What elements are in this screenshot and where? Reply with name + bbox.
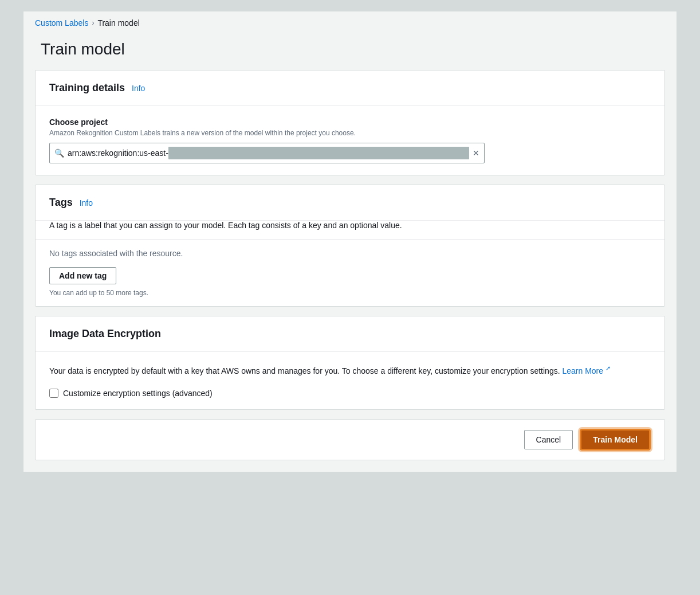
project-search-wrapper: 🔍 arn:aws:rekognition:us-east- ✕: [49, 143, 485, 163]
encryption-card: Image Data Encryption Your data is encry…: [35, 316, 665, 410]
tags-header: Tags Info: [36, 185, 664, 221]
arn-prefix-text: arn:aws:rekognition:us-east-: [68, 148, 168, 158]
training-details-title: Training details: [49, 82, 125, 94]
choose-project-description: Amazon Rekognition Custom Labels trains …: [49, 129, 651, 137]
tags-divider: [36, 239, 664, 240]
train-model-button[interactable]: Train Model: [580, 429, 651, 451]
customize-encryption-row: Customize encryption settings (advanced): [49, 389, 651, 398]
page-title: Train model: [23, 34, 677, 70]
customize-encryption-label: Customize encryption settings (advanced): [63, 389, 213, 398]
add-new-tag-button[interactable]: Add new tag: [49, 267, 116, 284]
encryption-text-part1: Your data is encrypted by default with a…: [49, 366, 560, 375]
choose-project-label: Choose project: [49, 118, 651, 127]
training-details-header: Training details Info: [36, 71, 664, 106]
page-container: Custom Labels › Train model Train model …: [23, 11, 677, 472]
external-link-icon: ➚: [605, 365, 611, 371]
search-icon: 🔍: [54, 148, 64, 158]
training-details-info-link[interactable]: Info: [132, 84, 145, 93]
encryption-title: Image Data Encryption: [49, 328, 161, 340]
tags-limit-text: You can add up to 50 more tags.: [36, 284, 664, 306]
cancel-button[interactable]: Cancel: [524, 430, 573, 449]
breadcrumb-current-page: Train model: [97, 18, 139, 28]
tags-description: A tag is a label that you can assign to …: [36, 221, 664, 239]
training-details-card: Training details Info Choose project Ama…: [35, 70, 665, 175]
encryption-description: Your data is encrypted by default with a…: [49, 363, 622, 377]
breadcrumb-custom-labels[interactable]: Custom Labels: [35, 18, 88, 28]
learn-more-link[interactable]: Learn More ➚: [562, 366, 610, 375]
breadcrumb-chevron-icon: ›: [92, 19, 94, 27]
encryption-body: Your data is encrypted by default with a…: [36, 352, 664, 409]
clear-search-button[interactable]: ✕: [473, 148, 479, 158]
tags-title: Tags: [49, 197, 73, 209]
customize-encryption-checkbox[interactable]: [49, 389, 58, 398]
tags-card: Tags Info A tag is a label that you can …: [35, 185, 665, 307]
tags-info-link[interactable]: Info: [80, 198, 93, 208]
encryption-header: Image Data Encryption: [36, 316, 664, 352]
no-tags-text: No tags associated with the resource.: [36, 249, 664, 267]
footer-bar: Cancel Train Model: [35, 419, 665, 460]
arn-masked-value: [168, 147, 469, 159]
breadcrumb: Custom Labels › Train model: [23, 11, 677, 34]
training-details-body: Choose project Amazon Rekognition Custom…: [36, 106, 664, 175]
